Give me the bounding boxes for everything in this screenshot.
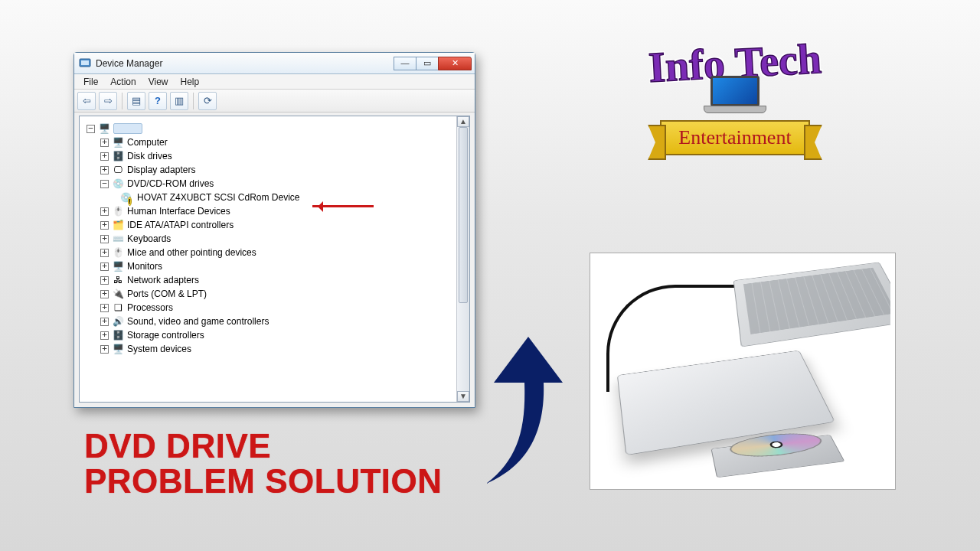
collapse-icon[interactable]: −: [100, 180, 109, 188]
menu-help[interactable]: Help: [175, 75, 206, 89]
mouse-icon: 🖱️: [112, 246, 124, 259]
device-tree[interactable]: − 🖥️ + 🖥️ Computer + 🗄️ Disk drives + 🖵 …: [80, 117, 469, 401]
tree-item-dvd-drives[interactable]: − 💿 DVD/CD-ROM drives: [83, 177, 466, 191]
tree-item-hid[interactable]: + 🖱️ Human Interface Devices: [83, 204, 466, 218]
ide-icon: 🗂️: [112, 219, 124, 231]
laptop-icon: [704, 76, 766, 116]
highlight-arrow-icon: [312, 201, 381, 212]
cdrom-warning-icon: 💿: [122, 191, 134, 204]
storage-icon: 🗄️: [112, 329, 124, 341]
expand-icon[interactable]: +: [100, 276, 109, 285]
tree-label: Processors: [127, 302, 173, 313]
expand-icon[interactable]: +: [100, 345, 109, 354]
menu-file[interactable]: File: [77, 75, 104, 89]
tree-item-network[interactable]: + 🖧 Network adapters: [83, 273, 466, 287]
expand-icon[interactable]: +: [100, 331, 109, 340]
ports-icon: 🔌: [112, 288, 124, 300]
expand-icon[interactable]: +: [100, 166, 109, 174]
expand-icon[interactable]: +: [100, 304, 109, 312]
logo-subtitle: Entertainment: [660, 120, 809, 155]
menu-view[interactable]: View: [142, 75, 175, 89]
expand-icon[interactable]: +: [100, 249, 109, 257]
tree-item-ide[interactable]: + 🗂️ IDE ATA/ATAPI controllers: [83, 218, 466, 232]
show-hidden-button[interactable]: ▤: [127, 92, 145, 110]
dvd-icon: 💿: [112, 178, 124, 190]
tree-item-system[interactable]: + 🖥️ System devices: [83, 342, 466, 356]
cpu-icon: ❑: [112, 302, 124, 314]
scroll-up-button[interactable]: ▲: [457, 116, 469, 127]
forward-button[interactable]: ⇨: [99, 92, 117, 110]
expand-icon[interactable]: +: [100, 221, 109, 230]
tree-item-keyboards[interactable]: + ⌨️ Keyboards: [83, 232, 466, 246]
expand-icon[interactable]: +: [100, 262, 109, 271]
tree-label: Monitors: [127, 261, 162, 272]
tree-item-storage[interactable]: + 🗄️ Storage controllers: [83, 328, 466, 342]
tree-item-monitors[interactable]: + 🖥️ Monitors: [83, 259, 466, 273]
back-button[interactable]: ⇦: [77, 92, 96, 110]
vertical-scrollbar[interactable]: ▲ ▼: [456, 116, 469, 402]
tree-item-disk-drives[interactable]: + 🗄️ Disk drives: [83, 149, 466, 163]
expand-icon[interactable]: +: [100, 318, 109, 326]
computer-root-icon: 🖥️: [98, 122, 110, 135]
tree-item-sound[interactable]: + 🔊 Sound, video and game controllers: [83, 315, 466, 328]
minimize-button[interactable]: —: [394, 57, 416, 70]
network-icon: 🖧: [112, 274, 124, 286]
tree-label: Ports (COM & LPT): [127, 289, 207, 299]
tree-label: Human Interface Devices: [127, 206, 230, 217]
tree-item-mice[interactable]: + 🖱️ Mice and other pointing devices: [83, 246, 466, 259]
device-manager-window: Device Manager — ▭ ✕ File Action View He…: [74, 52, 475, 408]
toolbar-separator: [122, 93, 122, 109]
window-title: Device Manager: [96, 58, 394, 69]
toolbar-separator: [193, 93, 194, 109]
expand-icon[interactable]: +: [100, 290, 109, 298]
window-buttons: — ▭ ✕: [394, 57, 472, 70]
help-button[interactable]: ?: [149, 92, 167, 110]
scan-hardware-button[interactable]: ⟳: [198, 92, 217, 110]
tree-label: Display adapters: [127, 165, 195, 175]
blue-arrow-icon: [486, 337, 570, 490]
tree-label: Sound, video and game controllers: [127, 316, 269, 327]
headline-line2: PROBLEM SOLUTION: [84, 464, 443, 499]
tree-panel: − 🖥️ + 🖥️ Computer + 🗄️ Disk drives + 🖵 …: [79, 116, 470, 403]
device-manager-icon: [79, 57, 91, 70]
computer-icon: 🖥️: [112, 136, 124, 148]
expand-icon[interactable]: +: [100, 139, 109, 147]
root-computer-name: [113, 123, 142, 134]
laptop-corner-icon: [733, 262, 890, 347]
tree-root[interactable]: − 🖥️: [83, 122, 466, 135]
tree-label: Storage controllers: [127, 330, 204, 341]
keyboard-icon: ⌨️: [112, 233, 124, 245]
system-icon: 🖥️: [112, 343, 124, 355]
expand-icon[interactable]: +: [100, 207, 109, 216]
headline-text: DVD DRIVE PROBLEM SOLUTION: [84, 429, 443, 499]
disk-icon: 🗄️: [112, 150, 124, 162]
tree-label: Computer: [127, 137, 168, 148]
tree-item-display-adapters[interactable]: + 🖵 Display adapters: [83, 163, 466, 177]
tree-item-cdrom-device[interactable]: 💿 HOVAT Z4XUBCT SCSI CdRom Device: [83, 191, 466, 204]
close-button[interactable]: ✕: [438, 57, 472, 70]
tree-item-processors[interactable]: + ❑ Processors: [83, 301, 466, 315]
channel-logo: Info Tech Entertainment: [612, 38, 858, 184]
tree-label: System devices: [127, 344, 191, 354]
tree-item-ports[interactable]: + 🔌 Ports (COM & LPT): [83, 287, 466, 301]
tree-label: Network adapters: [127, 275, 199, 285]
scroll-down-button[interactable]: ▼: [457, 391, 469, 402]
tree-label: Mice and other pointing devices: [127, 247, 256, 258]
maximize-button[interactable]: ▭: [416, 57, 439, 70]
collapse-icon[interactable]: −: [87, 125, 95, 133]
scroll-thumb[interactable]: [459, 127, 468, 303]
hid-icon: 🖱️: [112, 205, 124, 217]
properties-button[interactable]: ▥: [170, 92, 188, 110]
tree-label: Keyboards: [127, 233, 171, 244]
tree-label: HOVAT Z4XUBCT SCSI CdRom Device: [137, 192, 300, 203]
tree-item-computer[interactable]: + 🖥️ Computer: [83, 135, 466, 149]
expand-icon[interactable]: +: [100, 235, 109, 243]
tree-label: DVD/CD-ROM drives: [127, 178, 214, 189]
tree-label: Disk drives: [127, 151, 172, 161]
toolbar: ⇦ ⇨ ▤ ? ▥ ⟳: [74, 90, 475, 112]
menu-action[interactable]: Action: [104, 75, 142, 89]
titlebar[interactable]: Device Manager — ▭ ✕: [74, 53, 475, 74]
display-icon: 🖵: [112, 164, 124, 176]
expand-icon[interactable]: +: [100, 152, 109, 161]
sound-icon: 🔊: [112, 315, 124, 328]
